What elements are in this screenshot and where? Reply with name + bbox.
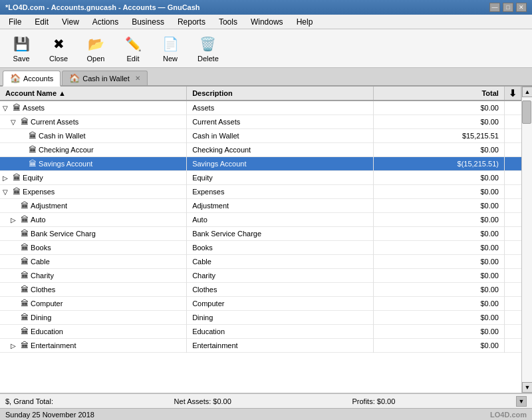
account-name-cell: 🏛Clothes <box>0 283 187 297</box>
total-cell: $0.00 <box>373 241 504 255</box>
toolbar-btn-new[interactable]: 📄New <box>154 31 186 66</box>
accounts-table: Account Name ▲ Description Total ⬇ <box>0 87 521 353</box>
expand-icon[interactable]: ▽ <box>11 118 19 126</box>
menu-item-actions[interactable]: Actions <box>86 15 124 29</box>
date-label: Sunday 25 November 2018 <box>5 411 94 419</box>
extra-cell <box>504 101 521 115</box>
table-row[interactable]: 🏛Charity Charity $0.00 <box>0 269 521 283</box>
expand-icon[interactable]: ▷ <box>3 174 11 182</box>
scroll-up-button[interactable]: ▲ <box>522 87 532 97</box>
account-name-cell: 🏛Cash in Wallet <box>0 129 187 143</box>
table-row[interactable]: 🏛Education Education $0.00 <box>0 325 521 339</box>
scroll-thumb[interactable] <box>522 101 531 124</box>
total-cell: $0.00 <box>373 311 504 325</box>
description-cell: Adjustment <box>187 199 374 213</box>
expand-icon[interactable]: ▷ <box>11 342 19 349</box>
menu-item-tools[interactable]: Tools <box>213 15 243 29</box>
new-label: New <box>163 55 178 63</box>
maximize-button[interactable]: □ <box>503 3 513 12</box>
account-icon: 🏛 <box>21 117 29 126</box>
total-cell: $0.00 <box>373 297 504 311</box>
col-total[interactable]: Total <box>373 87 504 101</box>
minimize-button[interactable]: — <box>489 3 500 12</box>
tab-accounts[interactable]: 🏠Accounts <box>3 71 61 87</box>
toolbar-btn-edit[interactable]: ✏️Edit <box>117 31 149 66</box>
col-description[interactable]: Description <box>187 87 374 101</box>
table-row[interactable]: 🏛Computer Computer $0.00 <box>0 297 521 311</box>
table-row[interactable]: 🏛Books Books $0.00 <box>0 241 521 255</box>
col-account-name[interactable]: Account Name ▲ <box>0 87 187 101</box>
status-scroll-button[interactable]: ▼ <box>516 396 527 407</box>
menu-bar: FileEditViewActionsBusinessReportsToolsW… <box>0 15 532 29</box>
net-assets-label: Net Assets: $0.00 <box>174 397 231 405</box>
table-row[interactable]: ▽ 🏛Expenses Expenses $0.00 <box>0 185 521 199</box>
menu-item-file[interactable]: File <box>3 15 27 29</box>
title-bar: *LO4D.com - Accounts.gnucash - Accounts … <box>0 0 532 15</box>
account-icon: 🏛 <box>21 201 29 210</box>
profits-label: Profits: $0.00 <box>352 397 395 405</box>
description-cell: Current Assets <box>187 115 374 129</box>
table-row[interactable]: 🏛Dining Dining $0.00 <box>0 311 521 325</box>
tab-cash-in-wallet[interactable]: 🏠Cash in Wallet✕ <box>62 71 148 85</box>
total-cell: $0.00 <box>373 115 504 129</box>
table-row[interactable]: 🏛Checking Accour Checking Account $0.00 <box>0 143 521 157</box>
table-row[interactable]: 🏛Cash in Wallet Cash in Wallet $15,215.5… <box>0 129 521 143</box>
account-name-cell: ▽ 🏛Expenses <box>0 185 187 199</box>
table-row[interactable]: 🏛Savings Account Savings Account $(15,21… <box>0 157 521 171</box>
account-name-cell: 🏛Education <box>0 325 187 339</box>
description-cell: Computer <box>187 297 374 311</box>
total-cell: $0.00 <box>373 325 504 339</box>
account-name-cell: 🏛Bank Service Charg <box>0 227 187 241</box>
expand-icon[interactable]: ▷ <box>11 216 19 224</box>
table-row[interactable]: ▷ 🏛Entertainment Entertainment $0.00 <box>0 339 521 353</box>
description-cell: Clothes <box>187 283 374 297</box>
tab-label-0: Accounts <box>23 75 53 83</box>
table-row[interactable]: 🏛Clothes Clothes $0.00 <box>0 283 521 297</box>
menu-item-business[interactable]: Business <box>126 15 170 29</box>
delete-label: Delete <box>198 55 219 63</box>
extra-cell <box>504 115 521 129</box>
close-button[interactable]: ✕ <box>516 3 527 12</box>
close-icon: ✖ <box>49 35 68 53</box>
toolbar-btn-open[interactable]: 📂Open <box>80 31 112 66</box>
vertical-scrollbar[interactable]: ▲ ▼ <box>521 87 532 393</box>
account-name-cell: 🏛Savings Account <box>0 157 187 171</box>
scroll-down-button[interactable]: ▼ <box>522 382 532 393</box>
toolbar-btn-close[interactable]: ✖Close <box>43 31 74 66</box>
total-cell: $0.00 <box>373 143 504 157</box>
menu-item-view[interactable]: View <box>56 15 85 29</box>
table-row[interactable]: ▽ 🏛Assets Assets $0.00 <box>0 101 521 115</box>
account-name-cell: ▷ 🏛Equity <box>0 171 187 185</box>
account-name-cell: 🏛Adjustment <box>0 199 187 213</box>
date-bar: Sunday 25 November 2018 LO4D.com <box>0 408 532 420</box>
menu-item-edit[interactable]: Edit <box>29 15 55 29</box>
description-cell: Entertainment <box>187 339 374 353</box>
menu-item-help[interactable]: Help <box>291 15 319 29</box>
tab-icon-0: 🏠 <box>10 73 21 83</box>
table-row[interactable]: 🏛Bank Service Charg Bank Service Charge … <box>0 227 521 241</box>
expand-icon[interactable]: ▽ <box>3 188 11 196</box>
table-row[interactable]: ▽ 🏛Current Assets Current Assets $0.00 <box>0 115 521 129</box>
table-row[interactable]: 🏛Cable Cable $0.00 <box>0 255 521 269</box>
toolbar-btn-save[interactable]: 💾Save <box>5 31 37 66</box>
description-cell: Bank Service Charge <box>187 227 374 241</box>
expand-icon[interactable]: ▽ <box>3 105 11 112</box>
tab-icon-1: 🏠 <box>69 73 80 83</box>
table-row[interactable]: ▷ 🏛Equity Equity $0.00 <box>0 171 521 185</box>
extra-cell <box>504 129 521 143</box>
account-name-cell: 🏛Cable <box>0 255 187 269</box>
table-row[interactable]: ▷ 🏛Auto Auto $0.00 <box>0 213 521 227</box>
watermark: LO4D.com <box>490 411 527 419</box>
tab-close-btn[interactable]: ✕ <box>135 75 140 82</box>
new-icon: 📄 <box>161 35 180 53</box>
total-cell: $(15,215.51) <box>373 157 504 171</box>
extra-cell <box>504 325 521 339</box>
toolbar-btn-delete[interactable]: 🗑️Delete <box>192 31 225 66</box>
menu-item-reports[interactable]: Reports <box>172 15 211 29</box>
table-row[interactable]: 🏛Adjustment Adjustment $0.00 <box>0 199 521 213</box>
account-icon: 🏛 <box>13 173 21 182</box>
menu-item-windows[interactable]: Windows <box>245 15 289 29</box>
total-cell: $0.00 <box>373 283 504 297</box>
extra-cell <box>504 199 521 213</box>
description-cell: Equity <box>187 171 374 185</box>
